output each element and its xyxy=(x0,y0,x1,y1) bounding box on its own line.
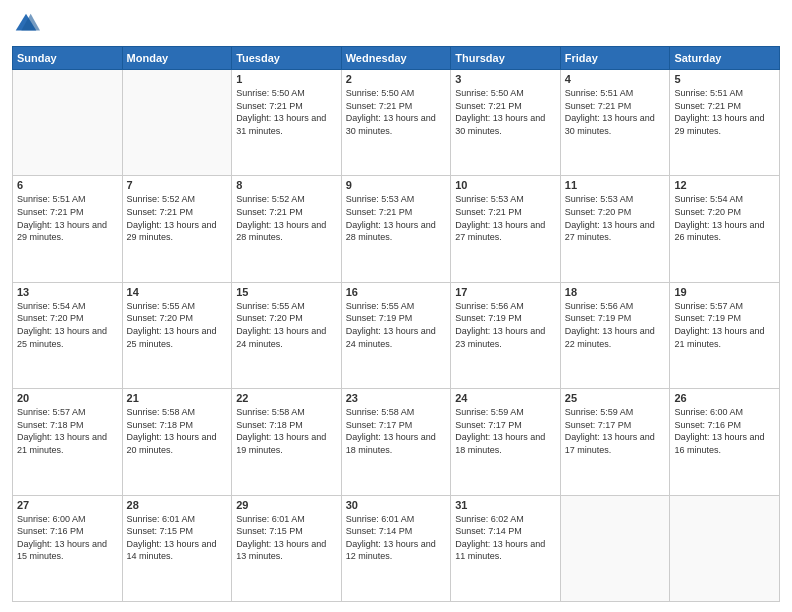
day-info: Sunrise: 6:01 AMSunset: 7:14 PMDaylight:… xyxy=(346,513,447,563)
header-row: SundayMondayTuesdayWednesdayThursdayFrid… xyxy=(13,47,780,70)
day-info: Sunrise: 5:55 AMSunset: 7:20 PMDaylight:… xyxy=(236,300,337,350)
week-row-2: 6Sunrise: 5:51 AMSunset: 7:21 PMDaylight… xyxy=(13,176,780,282)
day-cell: 29Sunrise: 6:01 AMSunset: 7:15 PMDayligh… xyxy=(232,495,342,601)
day-cell: 30Sunrise: 6:01 AMSunset: 7:14 PMDayligh… xyxy=(341,495,451,601)
week-row-5: 27Sunrise: 6:00 AMSunset: 7:16 PMDayligh… xyxy=(13,495,780,601)
day-info: Sunrise: 5:50 AMSunset: 7:21 PMDaylight:… xyxy=(346,87,447,137)
day-info: Sunrise: 5:57 AMSunset: 7:18 PMDaylight:… xyxy=(17,406,118,456)
day-number: 2 xyxy=(346,73,447,85)
col-header-sunday: Sunday xyxy=(13,47,123,70)
day-cell: 6Sunrise: 5:51 AMSunset: 7:21 PMDaylight… xyxy=(13,176,123,282)
day-cell: 8Sunrise: 5:52 AMSunset: 7:21 PMDaylight… xyxy=(232,176,342,282)
day-number: 7 xyxy=(127,179,228,191)
day-number: 22 xyxy=(236,392,337,404)
day-cell: 2Sunrise: 5:50 AMSunset: 7:21 PMDaylight… xyxy=(341,70,451,176)
day-info: Sunrise: 5:59 AMSunset: 7:17 PMDaylight:… xyxy=(455,406,556,456)
day-cell: 31Sunrise: 6:02 AMSunset: 7:14 PMDayligh… xyxy=(451,495,561,601)
day-cell: 14Sunrise: 5:55 AMSunset: 7:20 PMDayligh… xyxy=(122,282,232,388)
day-number: 14 xyxy=(127,286,228,298)
col-header-monday: Monday xyxy=(122,47,232,70)
day-info: Sunrise: 5:51 AMSunset: 7:21 PMDaylight:… xyxy=(565,87,666,137)
day-number: 3 xyxy=(455,73,556,85)
day-number: 31 xyxy=(455,499,556,511)
day-cell: 5Sunrise: 5:51 AMSunset: 7:21 PMDaylight… xyxy=(670,70,780,176)
week-row-1: 1Sunrise: 5:50 AMSunset: 7:21 PMDaylight… xyxy=(13,70,780,176)
day-info: Sunrise: 5:50 AMSunset: 7:21 PMDaylight:… xyxy=(455,87,556,137)
page: SundayMondayTuesdayWednesdayThursdayFrid… xyxy=(0,0,792,612)
day-number: 30 xyxy=(346,499,447,511)
col-header-tuesday: Tuesday xyxy=(232,47,342,70)
day-number: 9 xyxy=(346,179,447,191)
day-number: 24 xyxy=(455,392,556,404)
day-info: Sunrise: 5:58 AMSunset: 7:18 PMDaylight:… xyxy=(236,406,337,456)
day-info: Sunrise: 5:53 AMSunset: 7:21 PMDaylight:… xyxy=(346,193,447,243)
day-info: Sunrise: 6:00 AMSunset: 7:16 PMDaylight:… xyxy=(17,513,118,563)
day-cell: 21Sunrise: 5:58 AMSunset: 7:18 PMDayligh… xyxy=(122,389,232,495)
day-info: Sunrise: 6:00 AMSunset: 7:16 PMDaylight:… xyxy=(674,406,775,456)
day-info: Sunrise: 5:55 AMSunset: 7:19 PMDaylight:… xyxy=(346,300,447,350)
day-info: Sunrise: 5:51 AMSunset: 7:21 PMDaylight:… xyxy=(674,87,775,137)
day-cell: 26Sunrise: 6:00 AMSunset: 7:16 PMDayligh… xyxy=(670,389,780,495)
day-cell: 10Sunrise: 5:53 AMSunset: 7:21 PMDayligh… xyxy=(451,176,561,282)
day-cell xyxy=(560,495,670,601)
col-header-wednesday: Wednesday xyxy=(341,47,451,70)
day-info: Sunrise: 5:53 AMSunset: 7:20 PMDaylight:… xyxy=(565,193,666,243)
day-number: 1 xyxy=(236,73,337,85)
day-cell: 23Sunrise: 5:58 AMSunset: 7:17 PMDayligh… xyxy=(341,389,451,495)
day-info: Sunrise: 5:58 AMSunset: 7:18 PMDaylight:… xyxy=(127,406,228,456)
day-cell: 3Sunrise: 5:50 AMSunset: 7:21 PMDaylight… xyxy=(451,70,561,176)
day-cell xyxy=(122,70,232,176)
week-row-4: 20Sunrise: 5:57 AMSunset: 7:18 PMDayligh… xyxy=(13,389,780,495)
day-cell xyxy=(670,495,780,601)
day-info: Sunrise: 5:57 AMSunset: 7:19 PMDaylight:… xyxy=(674,300,775,350)
day-cell: 19Sunrise: 5:57 AMSunset: 7:19 PMDayligh… xyxy=(670,282,780,388)
day-info: Sunrise: 5:55 AMSunset: 7:20 PMDaylight:… xyxy=(127,300,228,350)
day-info: Sunrise: 5:56 AMSunset: 7:19 PMDaylight:… xyxy=(455,300,556,350)
day-cell xyxy=(13,70,123,176)
day-number: 15 xyxy=(236,286,337,298)
day-number: 25 xyxy=(565,392,666,404)
col-header-thursday: Thursday xyxy=(451,47,561,70)
logo xyxy=(12,10,44,38)
day-number: 19 xyxy=(674,286,775,298)
day-cell: 1Sunrise: 5:50 AMSunset: 7:21 PMDaylight… xyxy=(232,70,342,176)
day-number: 18 xyxy=(565,286,666,298)
day-cell: 20Sunrise: 5:57 AMSunset: 7:18 PMDayligh… xyxy=(13,389,123,495)
day-number: 10 xyxy=(455,179,556,191)
day-info: Sunrise: 5:56 AMSunset: 7:19 PMDaylight:… xyxy=(565,300,666,350)
day-number: 13 xyxy=(17,286,118,298)
day-info: Sunrise: 5:52 AMSunset: 7:21 PMDaylight:… xyxy=(236,193,337,243)
col-header-friday: Friday xyxy=(560,47,670,70)
day-info: Sunrise: 6:01 AMSunset: 7:15 PMDaylight:… xyxy=(236,513,337,563)
day-number: 4 xyxy=(565,73,666,85)
day-info: Sunrise: 5:59 AMSunset: 7:17 PMDaylight:… xyxy=(565,406,666,456)
day-cell: 4Sunrise: 5:51 AMSunset: 7:21 PMDaylight… xyxy=(560,70,670,176)
day-info: Sunrise: 5:51 AMSunset: 7:21 PMDaylight:… xyxy=(17,193,118,243)
day-number: 17 xyxy=(455,286,556,298)
logo-icon xyxy=(12,10,40,38)
day-number: 11 xyxy=(565,179,666,191)
day-info: Sunrise: 5:53 AMSunset: 7:21 PMDaylight:… xyxy=(455,193,556,243)
day-cell: 11Sunrise: 5:53 AMSunset: 7:20 PMDayligh… xyxy=(560,176,670,282)
calendar-table: SundayMondayTuesdayWednesdayThursdayFrid… xyxy=(12,46,780,602)
day-number: 8 xyxy=(236,179,337,191)
day-info: Sunrise: 5:52 AMSunset: 7:21 PMDaylight:… xyxy=(127,193,228,243)
day-cell: 18Sunrise: 5:56 AMSunset: 7:19 PMDayligh… xyxy=(560,282,670,388)
day-info: Sunrise: 5:54 AMSunset: 7:20 PMDaylight:… xyxy=(674,193,775,243)
day-cell: 15Sunrise: 5:55 AMSunset: 7:20 PMDayligh… xyxy=(232,282,342,388)
day-cell: 12Sunrise: 5:54 AMSunset: 7:20 PMDayligh… xyxy=(670,176,780,282)
day-info: Sunrise: 6:02 AMSunset: 7:14 PMDaylight:… xyxy=(455,513,556,563)
day-number: 21 xyxy=(127,392,228,404)
day-cell: 22Sunrise: 5:58 AMSunset: 7:18 PMDayligh… xyxy=(232,389,342,495)
day-number: 27 xyxy=(17,499,118,511)
day-cell: 9Sunrise: 5:53 AMSunset: 7:21 PMDaylight… xyxy=(341,176,451,282)
day-number: 23 xyxy=(346,392,447,404)
day-cell: 25Sunrise: 5:59 AMSunset: 7:17 PMDayligh… xyxy=(560,389,670,495)
day-cell: 24Sunrise: 5:59 AMSunset: 7:17 PMDayligh… xyxy=(451,389,561,495)
day-info: Sunrise: 5:58 AMSunset: 7:17 PMDaylight:… xyxy=(346,406,447,456)
day-number: 29 xyxy=(236,499,337,511)
day-info: Sunrise: 5:54 AMSunset: 7:20 PMDaylight:… xyxy=(17,300,118,350)
day-number: 12 xyxy=(674,179,775,191)
day-number: 26 xyxy=(674,392,775,404)
day-cell: 13Sunrise: 5:54 AMSunset: 7:20 PMDayligh… xyxy=(13,282,123,388)
